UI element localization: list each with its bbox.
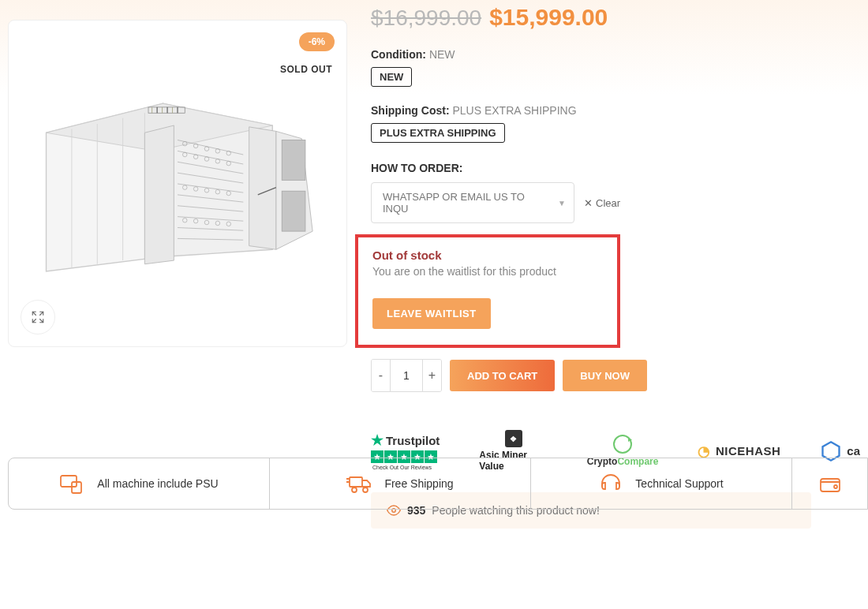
- zoom-button[interactable]: [21, 300, 55, 334]
- svg-rect-54: [350, 477, 362, 487]
- svg-point-60: [834, 485, 837, 488]
- sold-out-badge: SOLD OUT: [280, 64, 332, 75]
- qty-value: 1: [391, 360, 422, 391]
- select-value: WHATSAPP OR EMAIL US TO INQU: [383, 191, 525, 215]
- headphones-icon: [599, 473, 623, 495]
- qty-decrease-button[interactable]: -: [372, 360, 391, 391]
- shipping-chip[interactable]: PLUS EXTRA SHIPPING: [371, 123, 505, 143]
- clear-selection-button[interactable]: ✕ Clear: [584, 197, 620, 209]
- expand-icon: [31, 310, 45, 324]
- svg-marker-7: [144, 125, 174, 264]
- waitlist-message: You are on the waitlist for this product: [372, 265, 603, 278]
- chevron-down-icon: ▼: [558, 199, 566, 207]
- benefit-extra: [792, 458, 867, 509]
- wallet-icon: [818, 473, 842, 495]
- product-image-container: -6% SOLD OUT: [8, 20, 347, 347]
- benefits-row: All machine include PSU Free Shipping Te…: [8, 458, 868, 510]
- svg-marker-38: [249, 126, 276, 248]
- benefit-shipping: Free Shipping: [270, 458, 531, 509]
- close-icon: ✕: [584, 197, 593, 209]
- how-to-order-select[interactable]: WHATSAPP OR EMAIL US TO INQU ▼: [371, 182, 574, 223]
- price-sale: $15,999.00: [489, 4, 608, 31]
- svg-rect-40: [282, 140, 305, 180]
- star-icon: ★: [371, 432, 383, 449]
- qty-increase-button[interactable]: +: [422, 360, 441, 391]
- waitlist-panel: Out of stock You are on the waitlist for…: [355, 234, 620, 348]
- benefit-psu: All machine include PSU: [9, 458, 270, 509]
- add-to-cart-button[interactable]: ADD TO CART: [450, 360, 555, 391]
- quantity-stepper: - 1 +: [371, 359, 442, 392]
- svg-rect-41: [282, 191, 305, 231]
- benefit-support: Technical Support: [531, 458, 792, 509]
- product-image: [32, 73, 324, 294]
- truck-icon: [346, 473, 372, 495]
- leave-waitlist-button[interactable]: LEAVE WAITLIST: [372, 298, 491, 329]
- out-of-stock-label: Out of stock: [372, 248, 603, 262]
- condition-chip-new[interactable]: NEW: [371, 67, 412, 87]
- svg-rect-52: [61, 476, 77, 487]
- how-to-order-label: HOW TO ORDER:: [371, 162, 860, 174]
- svg-point-55: [352, 488, 357, 492]
- buy-now-button[interactable]: BUY NOW: [563, 360, 647, 391]
- svg-point-56: [363, 488, 368, 492]
- discount-badge: -6%: [299, 32, 335, 51]
- shipping-label: Shipping Cost: PLUS EXTRA SHIPPING: [371, 104, 860, 117]
- condition-label: Condition: NEW: [371, 48, 860, 61]
- price-original: $16,999.00: [371, 6, 481, 31]
- devices-icon: [59, 473, 84, 495]
